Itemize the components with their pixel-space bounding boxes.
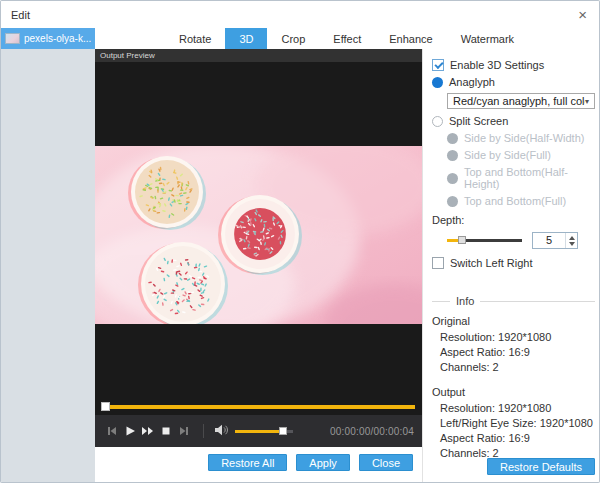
close-button[interactable]: Close — [359, 454, 413, 471]
play-button[interactable] — [121, 423, 139, 439]
sbs-full-label: Side by Side(Full) — [464, 149, 551, 161]
title-bar: Edit × — [1, 1, 599, 28]
tab-crop[interactable]: Crop — [267, 28, 319, 49]
anaglyph-label: Anaglyph — [449, 76, 495, 88]
split-screen-label: Split Screen — [449, 115, 508, 127]
tb-halfheight-label: Top and Bottom(Half-Height) — [464, 166, 595, 190]
time-display: 00:00:00/00:00:04 — [330, 426, 414, 437]
stop-button[interactable] — [157, 423, 175, 439]
depth-spinner-arrows[interactable] — [565, 233, 577, 248]
tab-enhance[interactable]: Enhance — [375, 28, 446, 49]
info-title: Info — [456, 295, 474, 307]
tb-full-radio — [447, 196, 458, 207]
restore-all-button[interactable]: Restore All — [208, 454, 287, 471]
dialog-title: Edit — [11, 9, 30, 21]
file-list-sidebar: pexels-olya-k... — [1, 28, 95, 482]
fast-forward-button[interactable] — [139, 423, 157, 439]
video-preview-screen — [95, 62, 422, 415]
volume-slider[interactable] — [235, 430, 293, 433]
next-frame-button[interactable] — [175, 423, 193, 439]
split-screen-radio[interactable] — [432, 116, 443, 127]
enable-3d-checkbox[interactable] — [432, 59, 444, 71]
spinner-down-icon[interactable] — [569, 242, 575, 246]
edit-dialog: Edit × pexels-olya-k... Rotate 3D Crop E… — [0, 0, 600, 483]
file-name: pexels-olya-k... — [24, 33, 91, 44]
previous-frame-button[interactable] — [103, 423, 121, 439]
transport-bar: 00:00:00/00:00:04 — [95, 415, 422, 447]
apply-button[interactable]: Apply — [296, 454, 350, 471]
volume-handle[interactable] — [279, 427, 287, 435]
output-eye-size: Left/Right Eye Size: 1920*1080 — [440, 416, 595, 431]
output-resolution: Resolution: 1920*1080 — [440, 401, 595, 416]
preview-panel: Output Preview — [95, 49, 422, 482]
tab-3d[interactable]: 3D — [225, 28, 267, 49]
file-list-item[interactable]: pexels-olya-k... — [1, 28, 95, 49]
seek-handle[interactable] — [101, 402, 110, 411]
switch-left-right-label: Switch Left Right — [450, 257, 533, 269]
restore-defaults-button[interactable]: Restore Defaults — [487, 458, 595, 475]
volume-fill — [235, 430, 281, 433]
tab-watermark[interactable]: Watermark — [447, 28, 528, 49]
dialog-footer: Restore All Apply Close — [95, 447, 422, 478]
original-aspect-ratio: Aspect Ratio: 16:9 — [440, 345, 595, 360]
tb-halfheight-radio — [447, 173, 458, 184]
preview-header-label: Output Preview — [95, 49, 422, 62]
info-separator: Info — [432, 295, 595, 307]
tab-rotate[interactable]: Rotate — [165, 28, 225, 49]
volume-icon[interactable] — [214, 422, 228, 440]
depth-spinner[interactable]: 5 — [532, 232, 578, 249]
seek-bar[interactable] — [102, 405, 415, 409]
depth-slider[interactable] — [447, 239, 522, 242]
chevron-down-icon: ▾ — [585, 97, 589, 106]
output-section-title: Output — [432, 386, 595, 398]
output-aspect-ratio: Aspect Ratio: 16:9 — [440, 431, 595, 446]
sbs-full-radio — [447, 150, 458, 161]
depth-slider-handle[interactable] — [458, 236, 466, 244]
spinner-up-icon[interactable] — [569, 236, 575, 240]
file-thumbnail — [5, 33, 20, 44]
close-icon[interactable]: × — [576, 7, 589, 22]
anaglyph-mode-dropdown[interactable]: Red/cyan anaglyph, full color ▾ — [447, 93, 595, 109]
original-resolution: Resolution: 1920*1080 — [440, 330, 595, 345]
original-section-title: Original — [432, 315, 595, 327]
sbs-halfwidth-radio — [447, 133, 458, 144]
transport-divider — [203, 424, 204, 438]
anaglyph-radio[interactable] — [432, 77, 443, 88]
edit-tab-bar: Rotate 3D Crop Effect Enhance Watermark — [95, 28, 600, 49]
sbs-halfwidth-label: Side by Side(Half-Width) — [464, 132, 584, 144]
tab-effect[interactable]: Effect — [319, 28, 375, 49]
anaglyph-mode-value: Red/cyan anaglyph, full color — [453, 95, 585, 107]
original-channels: Channels: 2 — [440, 360, 595, 375]
preview-video-frame — [95, 146, 422, 324]
depth-label: Depth: — [432, 214, 595, 226]
tb-full-label: Top and Bottom(Full) — [464, 195, 566, 207]
depth-value: 5 — [533, 233, 565, 248]
switch-left-right-checkbox[interactable] — [432, 257, 444, 269]
enable-3d-label: Enable 3D Settings — [450, 59, 544, 71]
3d-settings-panel: Enable 3D Settings Anaglyph Red/cyan ana… — [422, 49, 600, 482]
